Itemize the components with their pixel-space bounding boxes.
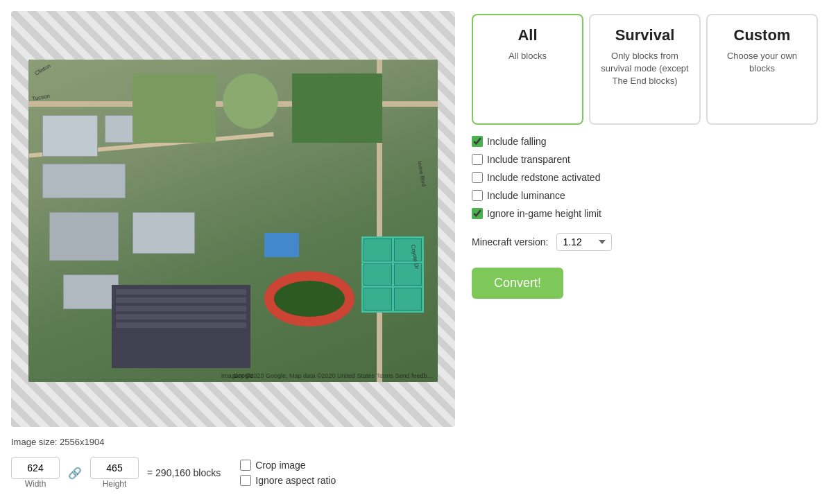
mode-custom-title: Custom — [734, 26, 791, 44]
mode-custom-desc: Choose your own blocks — [716, 50, 808, 75]
mode-survival-desc: Only blocks from survival mode (except T… — [599, 50, 691, 88]
include-transparent-checkbox[interactable] — [472, 154, 483, 165]
width-label: Width — [25, 479, 46, 489]
blocks-count: = 290,160 blocks — [147, 467, 221, 478]
crop-image-checkbox[interactable] — [240, 460, 251, 471]
map-watermark: Imagery ©2020 Google, Map data ©2020 Uni… — [221, 372, 432, 379]
mode-card-all[interactable]: All All blocks — [472, 14, 583, 125]
ignore-height-label: Ignore in-game height limit — [487, 208, 601, 219]
ignore-height-option[interactable]: Ignore in-game height limit — [472, 208, 818, 219]
include-redstone-option[interactable]: Include redstone activated — [472, 172, 818, 183]
include-redstone-label: Include redstone activated — [487, 172, 600, 183]
ignore-height-checkbox[interactable] — [472, 208, 483, 219]
include-falling-checkbox[interactable] — [472, 136, 483, 147]
main-container: Clinton Tucson Irvine Blvd Coyote Dr Goo… — [0, 0, 829, 500]
mode-card-survival[interactable]: Survival Only blocks from survival mode … — [589, 14, 701, 125]
dimension-controls: Width 🔗 Height = 290,160 blocks Crop ima… — [11, 457, 455, 489]
width-input[interactable] — [11, 457, 60, 479]
height-label: Height — [103, 479, 127, 489]
mode-all-title: All — [518, 26, 537, 44]
left-panel: Clinton Tucson Irvine Blvd Coyote Dr Goo… — [11, 11, 455, 489]
crop-image-option[interactable]: Crop image — [240, 460, 336, 471]
ignore-aspect-label: Ignore aspect ratio — [255, 475, 336, 486]
pool — [264, 233, 299, 257]
link-icon[interactable]: 🔗 — [68, 467, 82, 480]
include-luminance-label: Include luminance — [487, 190, 565, 201]
map-image: Clinton Tucson Irvine Blvd Coyote Dr Goo… — [28, 60, 438, 382]
image-size-label: Image size: 2556x1904 — [11, 435, 455, 449]
width-group: Width — [11, 457, 60, 489]
map-placeholder: Clinton Tucson Irvine Blvd Coyote Dr Goo… — [28, 60, 438, 382]
mode-card-custom[interactable]: Custom Choose your own blocks — [706, 14, 818, 125]
include-transparent-label: Include transparent — [487, 154, 570, 165]
mode-survival-title: Survival — [615, 26, 675, 44]
mode-all-desc: All blocks — [508, 50, 547, 62]
ignore-aspect-option[interactable]: Ignore aspect ratio — [240, 475, 336, 486]
image-wrapper: Clinton Tucson Irvine Blvd Coyote Dr Goo… — [11, 11, 455, 427]
include-falling-option[interactable]: Include falling — [472, 136, 818, 147]
mode-cards: All All blocks Survival Only blocks from… — [472, 14, 818, 125]
include-transparent-option[interactable]: Include transparent — [472, 154, 818, 165]
ignore-aspect-checkbox[interactable] — [240, 475, 251, 486]
include-falling-label: Include falling — [487, 136, 547, 147]
parking-lot — [112, 285, 250, 368]
convert-button[interactable]: Convert! — [472, 268, 563, 299]
include-redstone-checkbox[interactable] — [472, 172, 483, 183]
version-select[interactable]: 1.12 1.8 1.9 1.10 1.11 1.13 1.14 1.15 1.… — [556, 233, 612, 251]
include-luminance-option[interactable]: Include luminance — [472, 190, 818, 201]
crop-image-label: Crop image — [255, 460, 305, 471]
height-input[interactable] — [90, 457, 139, 479]
track — [264, 271, 354, 327]
right-panel: All All blocks Survival Only blocks from… — [472, 11, 818, 489]
height-group: Height — [90, 457, 139, 489]
version-label: Minecraft version: — [472, 236, 548, 247]
version-row: Minecraft version: 1.12 1.8 1.9 1.10 1.1… — [472, 233, 818, 251]
options-section: Include falling Include transparent Incl… — [472, 136, 818, 219]
include-luminance-checkbox[interactable] — [472, 190, 483, 201]
